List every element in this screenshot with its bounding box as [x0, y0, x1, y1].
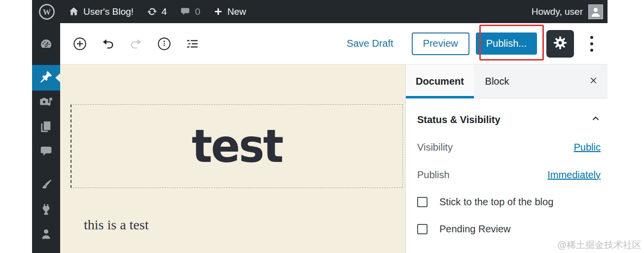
- sticky-checkbox[interactable]: [417, 197, 428, 207]
- settings-panel-header: Document Block: [406, 64, 608, 98]
- dot-icon: [590, 36, 593, 39]
- sidebar-item-posts-active[interactable]: [32, 65, 60, 91]
- media-icon: [39, 95, 53, 111]
- sidebar-item-media[interactable]: [32, 91, 60, 115]
- settings-panel-body: Status & Visibility Visibility Public Pu…: [406, 114, 608, 235]
- post-title-block[interactable]: test: [71, 104, 403, 188]
- publish-value-link[interactable]: Immediately: [547, 169, 601, 181]
- tab-document[interactable]: Document: [406, 64, 474, 98]
- pending-review-checkbox[interactable]: [417, 224, 428, 234]
- dot-icon: [590, 49, 593, 52]
- undo-button[interactable]: [99, 34, 117, 53]
- tab-block[interactable]: Block: [474, 64, 520, 98]
- editor-canvas[interactable]: test this is a test: [60, 64, 405, 253]
- pages-icon: [39, 120, 53, 135]
- settings-panel: Document Block Status & Visibility Visib…: [405, 64, 608, 253]
- pushpin-icon: [39, 70, 53, 86]
- toolbar-left-group: [60, 34, 202, 53]
- sidebar-item-dashboard[interactable]: [32, 32, 60, 57]
- pending-review-checkbox-row: Pending Review: [417, 223, 601, 235]
- close-icon: [589, 76, 598, 87]
- comment-count: 0: [195, 6, 200, 17]
- toolbar-right-group: Save Draft Preview Publish...: [347, 30, 608, 58]
- plug-icon: [39, 203, 53, 218]
- wordpress-logo-icon[interactable]: W: [38, 3, 55, 20]
- comments-icon: [39, 145, 53, 160]
- section-title: Status & Visibility: [417, 114, 501, 126]
- chevron-up-icon: [591, 114, 601, 126]
- more-options-button[interactable]: [588, 34, 595, 54]
- close-settings-button[interactable]: [585, 73, 602, 90]
- editor-toolbar: Save Draft Preview Publish...: [60, 23, 608, 64]
- howdy-label: Howdy, user: [532, 6, 583, 17]
- admin-bar: W User's Blog! 4 0 New Howdy: [32, 0, 608, 23]
- sidebar-item-appearance[interactable]: [32, 173, 60, 198]
- save-draft-button[interactable]: Save Draft: [347, 38, 393, 49]
- updates-menu[interactable]: 4: [147, 6, 167, 17]
- admin-bar-account[interactable]: Howdy, user: [532, 4, 603, 19]
- redo-button[interactable]: [127, 34, 145, 53]
- watermark-text: @稀土掘金技术社区: [557, 239, 642, 252]
- sticky-checkbox-row: Stick to the top of the blog: [417, 196, 601, 208]
- add-block-button[interactable]: [71, 34, 89, 53]
- post-paragraph[interactable]: this is a test: [84, 217, 148, 233]
- site-name-label: User's Blog!: [83, 6, 134, 17]
- admin-sidebar: [32, 23, 60, 253]
- dashboard-icon: [39, 37, 53, 53]
- active-menu-arrow: [55, 73, 60, 82]
- sidebar-item-users[interactable]: [32, 222, 60, 247]
- dot-icon: [590, 42, 593, 45]
- sidebar-item-pages[interactable]: [32, 115, 60, 140]
- post-title-text[interactable]: test: [192, 124, 283, 169]
- publish-label: Publish: [417, 169, 450, 181]
- gear-icon: [552, 35, 568, 52]
- info-button[interactable]: [155, 34, 174, 53]
- pending-review-checkbox-label[interactable]: Pending Review: [439, 223, 511, 235]
- avatar: [588, 4, 603, 19]
- visibility-label: Visibility: [417, 142, 453, 153]
- settings-gear-button[interactable]: [546, 30, 574, 58]
- comments-menu[interactable]: 0: [180, 6, 200, 17]
- home-icon: [69, 6, 79, 17]
- preview-button[interactable]: Preview: [412, 32, 469, 55]
- paintbrush-icon: [39, 178, 53, 193]
- sidebar-item-comments[interactable]: [32, 140, 60, 164]
- wordpress-editor-screen: W User's Blog! 4 0 New Howdy: [0, 0, 644, 253]
- update-icon: [147, 6, 157, 17]
- new-content-menu[interactable]: New: [214, 6, 246, 17]
- update-count: 4: [162, 6, 167, 17]
- new-label: New: [227, 6, 246, 17]
- sticky-checkbox-label[interactable]: Stick to the top of the blog: [439, 196, 553, 208]
- sidebar-item-plugins[interactable]: [32, 198, 60, 222]
- visibility-value-link[interactable]: Public: [574, 142, 601, 153]
- site-name-menu[interactable]: User's Blog!: [69, 6, 134, 17]
- plus-icon: [214, 7, 223, 16]
- svg-text:W: W: [43, 7, 51, 17]
- list-view-button[interactable]: [183, 34, 202, 53]
- publish-button[interactable]: Publish...: [476, 32, 537, 55]
- comment-bubble-icon: [180, 6, 190, 17]
- visibility-row: Visibility Public: [417, 142, 601, 153]
- publish-row: Publish Immediately: [417, 169, 601, 181]
- status-visibility-section-toggle[interactable]: Status & Visibility: [417, 114, 601, 126]
- user-icon: [39, 227, 53, 243]
